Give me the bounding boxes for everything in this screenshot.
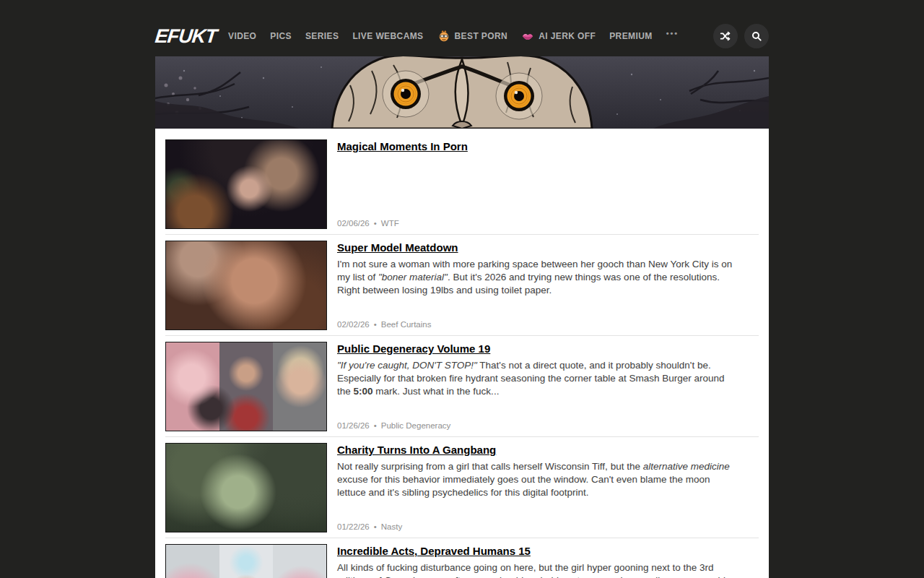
item-separator	[165, 335, 759, 336]
video-list-item: Incredible Acts, Depraved Humans 15 All …	[165, 544, 759, 578]
shuffle-icon	[720, 30, 731, 42]
item-separator	[165, 436, 759, 437]
video-meta: 02/02/26 • Beef Curtains	[337, 320, 431, 329]
video-title-link[interactable]: Incredible Acts, Depraved Humans 15	[337, 545, 531, 557]
video-meta: 01/22/26 • Nasty	[337, 522, 402, 531]
video-info: Super Model Meatdown I'm not sure a woma…	[337, 241, 759, 330]
main-nav: VIDEOPICSSERIESLIVE WEBCAMSBEST PORNAI J…	[228, 30, 679, 43]
lips-icon	[521, 30, 534, 43]
video-info: Magical Moments In Porn 02/06/26 • WTF	[337, 139, 759, 229]
video-info: Charity Turns Into A Gangbang Not really…	[337, 443, 759, 532]
video-category-link[interactable]: Public Degeneracy	[381, 421, 451, 430]
video-list-item-block: Super Model Meatdown I'm not sure a woma…	[165, 241, 759, 336]
video-date: 01/22/26	[337, 522, 370, 531]
nav-item-label: BEST PORN	[455, 31, 508, 41]
video-category-link[interactable]: Beef Curtains	[381, 320, 432, 329]
meta-separator-dot: •	[374, 219, 377, 228]
nav-item-video[interactable]: VIDEO	[228, 31, 256, 41]
video-info: Public Degeneracy Volume 19 "If you're c…	[337, 342, 759, 431]
nav-item-label: LIVE WEBCAMS	[352, 31, 423, 41]
video-list-item-block: Charity Turns Into A Gangbang Not really…	[165, 443, 759, 538]
video-info: Incredible Acts, Depraved Humans 15 All …	[337, 544, 759, 578]
bright-room-collage-thumbnail[interactable]	[165, 544, 327, 578]
nav-item-more[interactable]: •••	[666, 30, 679, 43]
video-list-item: Super Model Meatdown I'm not sure a woma…	[165, 241, 759, 330]
video-description: All kinds of fucking disturbance going o…	[337, 561, 759, 578]
nav-item-premium[interactable]: PREMIUM	[609, 31, 652, 41]
more-dots-icon: •••	[666, 30, 679, 43]
nav-item-label: SERIES	[305, 31, 339, 41]
video-list-item-block: Incredible Acts, Depraved Humans 15 All …	[165, 544, 759, 578]
nav-item-best-porn[interactable]: BEST PORN	[437, 30, 508, 43]
item-separator	[165, 234, 759, 235]
nav-item-pics[interactable]: PICS	[270, 31, 292, 41]
video-category-link[interactable]: WTF	[381, 219, 399, 228]
video-title-link[interactable]: Charity Turns Into A Gangbang	[337, 444, 496, 456]
video-list-item-block: Public Degeneracy Volume 19 "If you're c…	[165, 342, 759, 437]
efukt-logo[interactable]: EFUKT	[154, 25, 217, 48]
nav-item-live-webcams[interactable]: LIVE WEBCAMS	[352, 31, 423, 41]
banner-owl-image[interactable]	[155, 56, 769, 129]
meta-separator-dot: •	[374, 421, 377, 430]
video-list: Magical Moments In Porn 02/06/26 • WTF S…	[155, 129, 769, 578]
video-meta: 02/06/26 • WTF	[337, 219, 399, 228]
video-description: "If you're caught, DON'T STOP!" That's n…	[337, 359, 759, 398]
top-navigation-bar: EFUKT VIDEOPICSSERIESLIVE WEBCAMSBEST PO…	[155, 0, 769, 56]
video-list-item: Public Degeneracy Volume 19 "If you're c…	[165, 342, 759, 431]
nav-item-label: VIDEO	[228, 31, 256, 41]
three-panel-collage-thumbnail[interactable]	[165, 342, 327, 431]
brunette-closeup-thumbnail[interactable]	[165, 241, 327, 330]
video-date: 02/02/26	[337, 320, 370, 329]
item-separator	[165, 538, 759, 538]
nav-item-label: PICS	[270, 31, 292, 41]
video-list-item: Charity Turns Into A Gangbang Not really…	[165, 443, 759, 532]
nav-item-label: PREMIUM	[609, 31, 652, 41]
video-category-link[interactable]: Nasty	[381, 522, 402, 531]
nav-item-series[interactable]: SERIES	[305, 31, 339, 41]
video-date: 01/26/26	[337, 421, 370, 430]
dark-club-scene-thumbnail[interactable]	[165, 139, 327, 229]
meta-separator-dot: •	[374, 320, 377, 329]
header-actions	[713, 24, 769, 48]
video-list-item-block: Magical Moments In Porn 02/06/26 • WTF	[165, 139, 759, 235]
search-icon	[751, 30, 762, 42]
video-list-item: Magical Moments In Porn 02/06/26 • WTF	[165, 139, 759, 229]
video-date: 02/06/26	[337, 219, 370, 228]
night-vision-scene-thumbnail[interactable]	[165, 443, 327, 532]
meta-separator-dot: •	[374, 522, 377, 531]
nav-item-ai-jerk-off[interactable]: AI JERK OFF	[521, 30, 596, 43]
search-button[interactable]	[744, 24, 769, 48]
cool-face-icon	[437, 30, 450, 43]
video-title-link[interactable]: Super Model Meatdown	[337, 241, 458, 254]
video-title-link[interactable]: Public Degeneracy Volume 19	[337, 342, 490, 355]
video-title-link[interactable]: Magical Moments In Porn	[337, 140, 468, 152]
video-meta: 01/26/26 • Public Degeneracy	[337, 421, 450, 430]
nav-item-label: AI JERK OFF	[539, 31, 596, 41]
video-description: I'm not sure a woman with more parking s…	[337, 258, 759, 297]
shuffle-button[interactable]	[713, 24, 738, 48]
video-description: Not really surprising from a girl that c…	[337, 460, 759, 499]
